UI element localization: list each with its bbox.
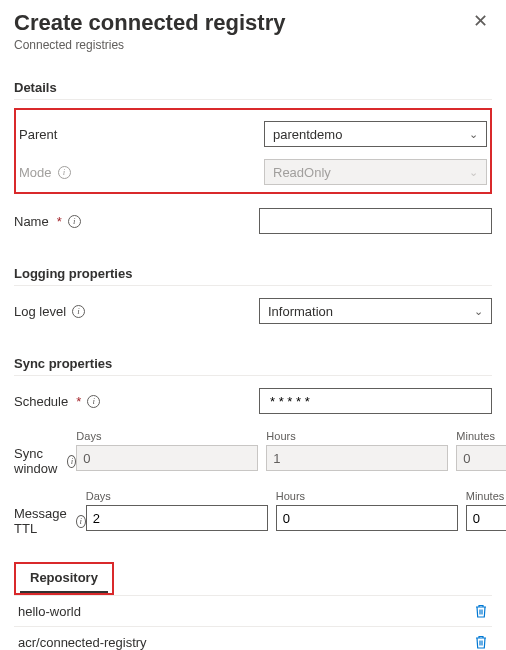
parent-select[interactable]: parentdemo ⌄ [264, 121, 487, 147]
unit-minutes: Minutes [456, 430, 506, 442]
name-input[interactable] [268, 209, 483, 233]
parent-label: Parent [19, 127, 57, 142]
syncwindow-grid: Days Hours Minutes Seconds [76, 430, 506, 471]
tab-repository[interactable]: Repository [20, 566, 108, 593]
messagettl-days[interactable] [86, 505, 268, 531]
trash-icon[interactable] [474, 634, 488, 650]
syncwindow-label: Sync window [14, 446, 61, 476]
unit-minutes: Minutes [466, 490, 506, 502]
syncwindow-minutes [456, 445, 506, 471]
syncwindow-days [76, 445, 258, 471]
create-connected-registry-panel: Create connected registry Connected regi… [0, 0, 506, 650]
required-marker: * [76, 394, 81, 409]
info-icon[interactable]: i [58, 166, 71, 179]
mode-select: ReadOnly ⌄ [264, 159, 487, 185]
highlight-repository-tab: Repository [14, 562, 114, 595]
loglevel-value: Information [268, 304, 333, 319]
repo-row: acr/connected-registry [14, 627, 492, 650]
repo-row: hello-world [14, 596, 492, 627]
mode-value: ReadOnly [273, 165, 331, 180]
schedule-input[interactable] [268, 389, 483, 413]
unit-hours: Hours [276, 490, 458, 502]
close-icon[interactable]: ✕ [469, 10, 492, 32]
trash-icon[interactable] [474, 603, 488, 619]
page-title: Create connected registry [14, 10, 285, 36]
page-subtitle: Connected registries [14, 38, 285, 52]
name-input-wrapper [259, 208, 492, 234]
messagettl-label: Message TTL [14, 506, 70, 536]
section-details: Details [14, 80, 492, 100]
required-marker: * [57, 214, 62, 229]
section-sync: Sync properties [14, 356, 492, 376]
info-icon[interactable]: i [72, 305, 85, 318]
info-icon[interactable]: i [87, 395, 100, 408]
unit-hours: Hours [266, 430, 448, 442]
schedule-input-wrapper [259, 388, 492, 414]
loglevel-select[interactable]: Information ⌄ [259, 298, 492, 324]
schedule-label: Schedule [14, 394, 68, 409]
info-icon[interactable]: i [68, 215, 81, 228]
unit-days: Days [76, 430, 258, 442]
loglevel-label: Log level [14, 304, 66, 319]
repo-name: acr/connected-registry [18, 635, 147, 650]
syncwindow-hours [266, 445, 448, 471]
highlight-parent-mode: Parent parentdemo ⌄ Mode i ReadOnly ⌄ [14, 108, 492, 194]
section-logging: Logging properties [14, 266, 492, 286]
repository-list: hello-world acr/connected-registry [14, 595, 492, 650]
messagettl-hours[interactable] [276, 505, 458, 531]
chevron-down-icon: ⌄ [474, 305, 483, 318]
name-label: Name [14, 214, 49, 229]
messagettl-grid: Days Hours Minutes Seconds [86, 490, 506, 531]
repo-name: hello-world [18, 604, 81, 619]
chevron-down-icon: ⌄ [469, 128, 478, 141]
unit-days: Days [86, 490, 268, 502]
messagettl-minutes[interactable] [466, 505, 506, 531]
info-icon[interactable]: i [76, 515, 86, 528]
panel-header: Create connected registry Connected regi… [14, 10, 492, 52]
parent-value: parentdemo [273, 127, 342, 142]
chevron-down-icon: ⌄ [469, 166, 478, 179]
info-icon[interactable]: i [67, 455, 76, 468]
mode-label: Mode [19, 165, 52, 180]
